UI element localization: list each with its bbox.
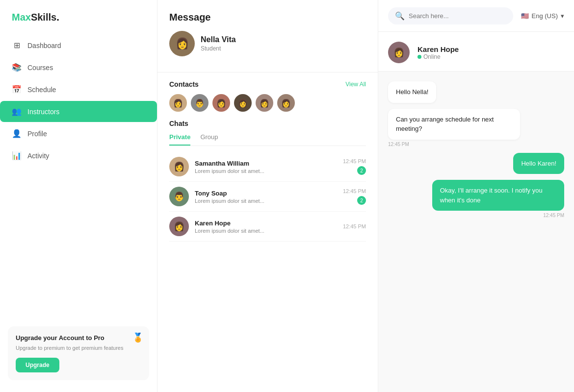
instructors-icon: 👥 <box>12 107 22 116</box>
tab-private[interactable]: Private <box>169 133 190 146</box>
contact-avatar-4[interactable]: 👩 <box>234 94 252 112</box>
chat-preview: Lorem ipsum dolor sit amet... <box>195 168 337 174</box>
overlay-navigation: ⊞ Dashboard 📚 Courses 📅 Schedule 👥 Instr… <box>0 35 157 166</box>
overlay-upgrade-subtitle: Upgrade to premium to get premium featur… <box>16 344 141 352</box>
courses-icon: 📚 <box>12 63 22 72</box>
overlay-nav-courses[interactable]: 📚 Courses <box>0 57 157 78</box>
overlay-nav-profile[interactable]: 👤 Profile <box>0 123 157 144</box>
overlay-nav-activity[interactable]: 📊 Activity <box>0 145 157 166</box>
chat-window-avatar: 👩 <box>388 42 410 63</box>
schedule-icon: 📅 <box>12 85 22 94</box>
overlay-header: 🔍 🇺🇸 Eng (US) ▾ <box>378 0 574 32</box>
contacts-row: 👩 👨 👩 👩 👩 👩 <box>169 94 366 112</box>
contact-avatar-6[interactable]: 👩 <box>277 94 295 112</box>
chat-time: 12:45 PM <box>343 188 366 194</box>
chat-name: Samantha William <box>195 160 337 167</box>
chat-window-status: Online <box>417 53 459 60</box>
overlay-lang-label: Eng (US) <box>532 12 558 20</box>
chat-meta: 12:45 PM 2 <box>343 158 366 175</box>
chats-label: Chats <box>169 120 366 127</box>
chat-tabs: Private Group <box>169 133 366 146</box>
contact-avatar-3[interactable]: 👩 <box>212 94 230 112</box>
search-icon: 🔍 <box>395 11 405 21</box>
contacts-header: Contacts View All <box>169 80 366 88</box>
overlay-search-input[interactable] <box>409 12 506 20</box>
chat-name: Tony Soap <box>195 190 337 197</box>
profile-icon: 👤 <box>12 129 22 138</box>
message-text: Hello Nella! <box>388 81 436 103</box>
chat-meta: 12:45 PM 2 <box>343 188 366 205</box>
chat-window-status-label: Online <box>423 53 441 60</box>
message-header: Message 👩 Nella Vita Student <box>157 0 378 73</box>
message-time: 12:45 PM <box>388 142 520 147</box>
chat-window-username: Karen Hope <box>417 45 459 53</box>
overlay-search-bar[interactable]: 🔍 <box>388 7 513 24</box>
dashboard-icon: ⊞ <box>12 41 22 50</box>
chat-window-user-info: Karen Hope Online <box>417 45 459 60</box>
flag-icon: 🇺🇸 <box>521 12 529 20</box>
chat-name: Karen Hope <box>195 220 337 227</box>
chat-item-samantha[interactable]: 👩 Samantha William Lorem ipsum dolor sit… <box>169 152 366 182</box>
chat-avatar: 👩 <box>169 217 189 236</box>
chat-time: 12:45 PM <box>343 158 366 164</box>
overlay: MaxSkills. ⊞ Dashboard 📚 Courses 📅 Sched… <box>0 0 574 392</box>
message-bubble: Hello Nella! <box>388 81 436 103</box>
tab-group[interactable]: Group <box>200 133 218 146</box>
overlay-nav-instructors[interactable]: 👥 Instructors <box>0 101 157 122</box>
chat-window: 🔍 🇺🇸 Eng (US) ▾ 👩 Karen Hope Online He <box>378 0 574 392</box>
view-all-button[interactable]: View All <box>345 81 366 88</box>
chat-preview: Lorem ipsum dolor sit amet... <box>195 228 337 234</box>
contact-avatar-1[interactable]: 👩 <box>169 94 187 112</box>
overlay-nav-label: Courses <box>27 64 53 72</box>
activity-icon: 📊 <box>12 151 22 160</box>
overlay-nav-schedule[interactable]: 📅 Schedule <box>0 79 157 100</box>
online-dot <box>417 55 421 59</box>
overlay-logo-dot: . <box>56 12 59 23</box>
chat-window-header: 👩 Karen Hope Online <box>378 32 574 72</box>
chat-avatar: 👨 <box>169 187 189 206</box>
chat-item-tonysoap[interactable]: 👨 Tony Soap Lorem ipsum dolor sit amet..… <box>169 182 366 212</box>
overlay-nav-dashboard[interactable]: ⊞ Dashboard <box>0 35 157 56</box>
overlay-upgrade-badge-icon: 🏅 <box>132 332 143 343</box>
message-user-name: Nella Vita <box>201 35 236 44</box>
overlay-nav-label: Dashboard <box>27 42 61 49</box>
chat-window-body: Hello Nella! Can you arrange schedule fo… <box>378 72 574 392</box>
message-user-details: Nella Vita Student <box>201 35 236 52</box>
chevron-down-icon: ▾ <box>561 12 564 20</box>
contact-avatar-2[interactable]: 👨 <box>191 94 209 112</box>
chat-preview: Lorem ipsum dolor sit amet... <box>195 198 337 204</box>
chat-meta: 12:45 PM <box>343 223 366 229</box>
message-bubble: Hello Karen! <box>513 153 564 174</box>
overlay-nav-label: Schedule <box>27 86 56 94</box>
overlay-upgrade-button[interactable]: Upgrade <box>16 358 59 372</box>
message-title: Message <box>169 12 366 23</box>
chat-info: Tony Soap Lorem ipsum dolor sit amet... <box>195 190 337 204</box>
overlay-nav-label: Profile <box>27 130 47 138</box>
chat-badge: 2 <box>357 196 366 205</box>
chat-badge: 2 <box>357 166 366 175</box>
message-bubble: Can you arrange schedule for next meetin… <box>388 109 520 147</box>
overlay-logo-skills: Skills <box>31 12 56 23</box>
overlay-lang-selector[interactable]: 🇺🇸 Eng (US) ▾ <box>521 12 564 20</box>
chat-item-karenhope[interactable]: 👩 Karen Hope Lorem ipsum dolor sit amet.… <box>169 212 366 242</box>
message-text: Hello Karen! <box>513 153 564 174</box>
chat-info: Samantha William Lorem ipsum dolor sit a… <box>195 160 337 174</box>
contacts-section: Contacts View All 👩 👨 👩 👩 👩 👩 <box>157 73 378 120</box>
message-text: Can you arrange schedule for next meetin… <box>388 109 520 140</box>
overlay-sidebar: MaxSkills. ⊞ Dashboard 📚 Courses 📅 Sched… <box>0 0 157 392</box>
chat-avatar: 👩 <box>169 157 189 176</box>
message-user-info: 👩 Nella Vita Student <box>169 31 366 56</box>
overlay-nav-label: Activity <box>27 152 49 160</box>
message-user-avatar: 👩 <box>169 31 195 56</box>
contact-avatar-5[interactable]: 👩 <box>256 94 273 112</box>
overlay-upgrade-widget: Upgrade your Account to Pro 🏅 Upgrade to… <box>8 326 149 380</box>
message-panel: Message 👩 Nella Vita Student Contacts Vi… <box>157 0 378 392</box>
message-time: 12:45 PM <box>432 213 564 218</box>
message-bubble: Okay, I'll arrange it soon. I notify you… <box>432 180 564 218</box>
message-text: Okay, I'll arrange it soon. I notify you… <box>432 180 564 211</box>
overlay-upgrade-title: Upgrade your Account to Pro <box>16 334 141 342</box>
message-user-role: Student <box>201 45 236 52</box>
chat-info: Karen Hope Lorem ipsum dolor sit amet... <box>195 220 337 234</box>
contacts-label: Contacts <box>169 80 199 88</box>
chat-time: 12:45 PM <box>343 223 366 229</box>
